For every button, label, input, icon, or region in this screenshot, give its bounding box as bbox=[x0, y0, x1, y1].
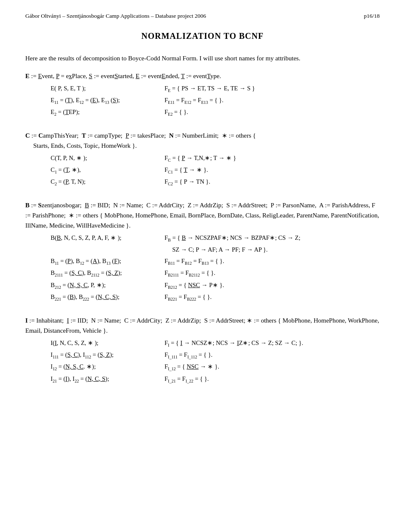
b-row5-left: B221 = (B), B222 = (N, C, S); bbox=[51, 291, 160, 303]
page-header: Gábor Oltványi – Szentjánosbogár Camp Ap… bbox=[25, 13, 380, 19]
i-row2-left: I111 = (S, C), I112 = (S, Z); bbox=[51, 349, 160, 361]
c-row2-left: C1 = (T, ∗), bbox=[51, 164, 160, 176]
e-row3-right: FE2 = { }. bbox=[165, 106, 380, 118]
section-c-math: C(T, P, N, ∗ ); FC = { P → T,N,∗; T → ∗ … bbox=[51, 152, 380, 188]
section-b-math: B(B, N, C, S, Z, P, A, F, ∗ ); FB = { B … bbox=[51, 232, 380, 304]
b-row2-right: FB11 = FB12 = FB13 = { }. bbox=[165, 255, 380, 267]
section-e-def: E := Event, P = exPlace, S := eventStart… bbox=[25, 71, 380, 81]
section-i: I := Inhabitant; I := IID; N := Name; C … bbox=[25, 315, 380, 385]
b-row5-right: FB221 = FB222 = { }. bbox=[165, 291, 380, 303]
e-row1-right: FE = { PS → ET, TS → E, TE → S } bbox=[165, 83, 380, 95]
b-row3-left: B2111 = (S, C), B2112 = (S, Z); bbox=[51, 267, 160, 279]
i-row4-right: FI_21 = FI_22 = { }. bbox=[165, 373, 380, 385]
c-row3-right: FC2 = { P → TN }. bbox=[165, 176, 380, 188]
i-row3-right: FI_12 = { NSC → ∗ }. bbox=[165, 361, 380, 373]
i-row1-right: FI = { I → NCSZ∗; NCS → IZ∗; CS → Z; SZ … bbox=[165, 337, 380, 349]
b-row3-right: FB2111 = FB2112 = { }. bbox=[165, 267, 380, 279]
section-b: B := Szentjanosbogar; B := BID; N := Nam… bbox=[25, 200, 380, 304]
section-c-def: C := CampThisYear; T := campType; P := t… bbox=[25, 130, 380, 151]
section-e-math: E( P, S, E, T ); FE = { PS → ET, TS → E,… bbox=[51, 83, 380, 119]
e-row3-left: E2 = (TEP); bbox=[51, 106, 160, 118]
e-row2-right: FE11 = FE12 = FE13 = { }. bbox=[165, 95, 380, 106]
b-row1-left: B(B, N, C, S, Z, P, A, F, ∗ ); bbox=[51, 232, 160, 255]
header-left: Gábor Oltványi – Szentjánosbogár Camp Ap… bbox=[25, 13, 206, 19]
i-row2-right: FI_111 = FI_112 = { }. bbox=[165, 349, 380, 361]
b-row1-right: FB = { B → NCSZPAF∗; NCS → BZPAF∗; CS → … bbox=[165, 232, 380, 255]
b-row4-left: B212 = (N, S, C, P, ∗); bbox=[51, 280, 160, 291]
c-row2-right: FC1 = { T → ∗ }. bbox=[165, 164, 380, 176]
i-row4-left: I21 = (I), I22 = (N, C, S); bbox=[51, 373, 160, 385]
section-e: E := Event, P = exPlace, S := eventStart… bbox=[25, 71, 380, 119]
c-row1-right: FC = { P → T,N,∗; T → ∗ } bbox=[165, 152, 380, 164]
intro-paragraph: Here are the results of decomposition to… bbox=[25, 54, 380, 63]
b-row2-left: B11 = (P), B12 = (A), B13 (F); bbox=[51, 255, 160, 267]
page: Gábor Oltványi – Szentjánosbogár Camp Ap… bbox=[0, 0, 405, 532]
i-row1-left: I(I, N, C, S, Z, ∗ ); bbox=[51, 337, 160, 349]
header-right: p16/18 bbox=[364, 13, 380, 19]
c-row3-left: C2 = (P, T, N); bbox=[51, 176, 160, 188]
e-row2-left: E11 = (T), E12 = (E), E13 (S); bbox=[51, 95, 160, 106]
c-row1-left: C(T, P, N, ∗ ); bbox=[51, 152, 160, 164]
section-i-def: I := Inhabitant; I := IID; N := Name; C … bbox=[25, 315, 380, 336]
page-title: NORMALIZATION TO BCNF bbox=[25, 31, 380, 41]
b-row4-right: FB212 = { NSC → P∗ }. bbox=[165, 280, 380, 291]
i-row3-left: I12 = (N, S, C. ∗); bbox=[51, 361, 160, 373]
section-b-def: B := Szentjanosbogar; B := BID; N := Nam… bbox=[25, 200, 380, 231]
e-row1-left: E( P, S, E, T ); bbox=[51, 83, 160, 95]
section-c: C := CampThisYear; T := campType; P := t… bbox=[25, 130, 380, 188]
section-i-math: I(I, N, C, S, Z, ∗ ); FI = { I → NCSZ∗; … bbox=[51, 337, 380, 385]
